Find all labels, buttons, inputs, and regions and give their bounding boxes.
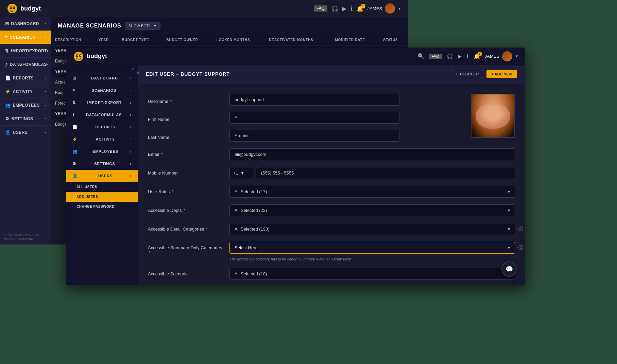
- sidebar-sub-add-users[interactable]: ADD USERS: [66, 192, 138, 202]
- form-header: EDIT USER – BUDGYT SUPPORT ↑↓ REORDER + …: [138, 65, 525, 84]
- topbar-icons-2: 🔍 FAQ 🎧 ▶ ℹ 🔔1 JAMES ▼: [417, 51, 518, 61]
- accessible-scenario-select[interactable]: All Selected (10): [229, 268, 515, 280]
- avatar-image: [472, 94, 514, 137]
- info-icon-summary[interactable]: ⓘ: [518, 245, 523, 251]
- reports-icon-1: 📄: [5, 75, 11, 80]
- info-icon-2[interactable]: ℹ: [467, 53, 469, 59]
- accessible-summary-row: Accessible Summary Only Categories * Sel…: [148, 242, 515, 261]
- users-icon-1: 👤: [5, 130, 11, 135]
- sidebar-item-users-2[interactable]: 👤 USERS ›: [66, 170, 138, 182]
- svg-point-4: [14, 7, 15, 8]
- sidebar-item-data-2[interactable]: ƒ DATA/FORMULAS ›: [66, 109, 138, 121]
- chevron-icon-5: ›: [45, 76, 46, 80]
- headset-icon-1[interactable]: 🎧: [331, 5, 338, 12]
- search-icon-2[interactable]: 🔍: [417, 53, 424, 59]
- email-input[interactable]: [229, 148, 515, 160]
- accessible-depts-select-wrapper: All Selected (22) ▼: [229, 204, 515, 216]
- email-label: Email *: [148, 148, 223, 157]
- form-body: Username * First Name Last Name: [138, 84, 525, 285]
- username-avatar-row: Username * First Name Last Name: [148, 94, 515, 142]
- firstname-input[interactable]: [229, 112, 399, 124]
- col-budget-type: BUDGET TYPE: [118, 35, 162, 46]
- accessible-summary-select[interactable]: Select Here: [229, 242, 515, 254]
- sidebar-item-activity-1[interactable]: ⚡ ACTIVITY ›: [0, 85, 51, 98]
- info-icon-1[interactable]: ℹ: [350, 5, 353, 12]
- sidebar-sub-change-password[interactable]: CHANGE PASSWORD: [66, 202, 138, 212]
- notification-2[interactable]: 🔔1: [474, 53, 480, 59]
- chevron-icon-a2: ›: [130, 138, 132, 141]
- sidebar-item-data-1[interactable]: ƒ DATA/FORMULAS ›: [0, 58, 51, 71]
- topbar-icons-1: FAQ 🎧 ▶ ℹ 🔔1 JAMES ▼: [314, 3, 401, 14]
- topbar-window2: budgyt 🔍 FAQ 🎧 ▶ ℹ 🔔1 JAMES ▼: [66, 48, 525, 65]
- settings-icon-1: ⚙: [5, 116, 10, 121]
- required-mark-detail: *: [206, 226, 208, 232]
- topbar-window1: budgyt FAQ 🎧 ▶ ℹ 🔔1 JAMES ▼: [0, 0, 408, 17]
- chat-button[interactable]: 💬: [501, 261, 517, 277]
- accessible-depts-label: Accessible Depts *: [148, 204, 223, 213]
- required-mark-depts: *: [184, 208, 185, 213]
- headset-icon-2[interactable]: 🎧: [447, 53, 453, 59]
- chevron-icon-s2: ›: [130, 89, 132, 92]
- add-new-form-button[interactable]: + ADD NEW: [486, 70, 517, 78]
- sidebar-item-employees-1[interactable]: 👥 EMPLOYEES ›: [0, 98, 51, 112]
- user-avatar: [471, 94, 515, 138]
- sidebar-close-icon[interactable]: ✕: [131, 67, 134, 70]
- video-icon-2[interactable]: ▶: [458, 53, 462, 59]
- sidebar-item-dashboard-1[interactable]: ⊞ DASHBOARD ›: [0, 17, 51, 31]
- accessible-summary-label: Accessible Summary Only Categories *: [148, 242, 223, 255]
- col-year: YEAR: [94, 35, 118, 46]
- user-area-1[interactable]: JAMES ▼: [367, 3, 401, 14]
- sidebar-item-scenarios-2[interactable]: ≡ SCENARIOS ›: [66, 84, 138, 96]
- reorder-button[interactable]: ↑↓ REORDER: [451, 70, 483, 78]
- user-roles-select-wrapper: All Selected (17) ▼: [229, 186, 515, 198]
- sidebar-item-users-1[interactable]: 👤 USERS ›: [0, 126, 51, 139]
- accessible-scenario-row: Accessible Scenario All Selected (10) ▼: [148, 268, 515, 280]
- logo-text-1: budgyt: [20, 5, 41, 12]
- notification-1[interactable]: 🔔1: [357, 5, 363, 12]
- video-icon-1[interactable]: ▶: [342, 5, 346, 12]
- scenarios-icon-2: ≡: [72, 88, 75, 93]
- sidebar-sub-all-users[interactable]: ALL USERS: [66, 182, 138, 192]
- sidebar-item-employees-2[interactable]: 👥 EMPLOYEES ›: [66, 145, 138, 158]
- sidebar-item-import-2[interactable]: ⇅ IMPORT/EXPORT ›: [66, 96, 138, 109]
- required-mark-summary: *: [149, 250, 150, 255]
- sidebar-item-scenarios-1[interactable]: ≡ SCENARIOS ›: [0, 31, 51, 44]
- dropdown-arrow-1: ▼: [398, 7, 401, 11]
- close-icon[interactable]: ✕: [136, 70, 140, 75]
- username-label: Username *: [148, 95, 223, 104]
- phone-number-input[interactable]: [256, 167, 515, 179]
- user-roles-select[interactable]: All Selected (17): [229, 186, 515, 198]
- accessible-summary-note: The accessible category has to be either…: [229, 257, 515, 261]
- lastname-input[interactable]: [229, 130, 399, 142]
- phone-country-select[interactable]: +1 ▼: [229, 167, 253, 179]
- dashboard-icon-2: ⊞: [72, 76, 76, 80]
- svg-point-8: [77, 55, 78, 56]
- sidebar-item-settings-1[interactable]: ⚙ SETTINGS ›: [0, 112, 51, 126]
- sidebar-item-dashboard-2[interactable]: ⊞ DASHBOARD ›: [66, 72, 138, 84]
- sidebar-item-reports-1[interactable]: 📄 REPORTS ›: [0, 71, 51, 85]
- faq-btn-2[interactable]: FAQ: [429, 54, 442, 59]
- faq-btn-1[interactable]: FAQ: [314, 5, 327, 12]
- sidebar-item-activity-2[interactable]: ⚡ ACTIVITY ›: [66, 133, 138, 145]
- user-area-2[interactable]: JAMES ▼: [485, 51, 518, 61]
- users-icon-2: 👤: [72, 174, 78, 178]
- edit-user-window: budgyt 🔍 FAQ 🎧 ▶ ℹ 🔔1 JAMES ▼ ✕ ✕ ⊞: [66, 48, 525, 285]
- username-1: JAMES: [367, 6, 382, 11]
- firstname-label: First Name: [148, 113, 223, 122]
- accessible-depts-select[interactable]: All Selected (22): [229, 204, 515, 216]
- logo-area-1: budgyt: [7, 3, 41, 14]
- scenarios-icon-1: ≡: [5, 35, 8, 40]
- accessible-detail-select[interactable]: All Selected (198): [229, 223, 515, 235]
- sidebar-item-import-1[interactable]: ⇅ IMPORT/EXPORT ›: [0, 44, 51, 58]
- sidebar-item-settings-2[interactable]: ⚙ SETTINGS ›: [66, 158, 138, 170]
- username-input[interactable]: [229, 94, 399, 106]
- sidebar-item-reports-2[interactable]: 📄 REPORTS ›: [66, 121, 138, 133]
- accessible-detail-label: Accessible Detail Categories *: [148, 223, 223, 232]
- show-both-button[interactable]: SHOW BOTH ▼: [125, 22, 161, 30]
- chevron-icon-df2: ›: [130, 113, 132, 117]
- chevron-icon-i2: ›: [130, 101, 132, 105]
- col-status: STATUS: [379, 35, 408, 46]
- footer-copyright-1: © 2021 BUDGYT INC. ALL RIGHTS RESERVED.: [0, 230, 51, 244]
- activity-icon-1: ⚡: [5, 89, 11, 94]
- info-icon-detail[interactable]: ⓘ: [518, 226, 523, 232]
